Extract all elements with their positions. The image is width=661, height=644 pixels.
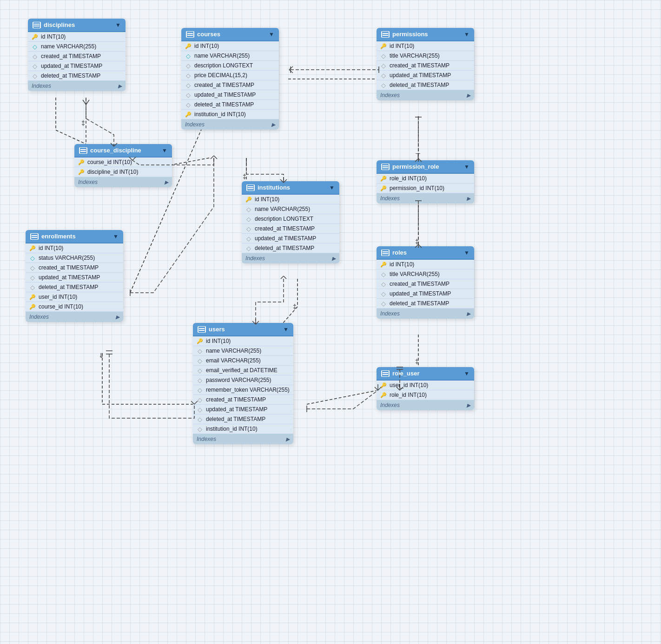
chevron-down-icon[interactable]: ▼ xyxy=(464,370,469,377)
field-row: 🔑permission_id INT(10) xyxy=(377,184,474,193)
table-courses-header[interactable]: courses ▼ xyxy=(181,28,279,41)
table-icon xyxy=(186,31,194,38)
chevron-down-icon[interactable]: ▼ xyxy=(269,31,274,38)
field-row: ◇updated_at TIMESTAMP xyxy=(242,234,339,243)
table-disciplines: disciplines ▼ 🔑id INT(10) ◇name VARCHAR(… xyxy=(28,19,126,91)
diamond-icon: ◇ xyxy=(185,82,192,88)
indexes-label: Indexes xyxy=(380,92,400,99)
key-red-icon: 🔑 xyxy=(29,303,36,310)
svg-line-28 xyxy=(86,100,89,105)
field-row: 🔑id INT(10) xyxy=(26,243,123,253)
diamond-icon: ◇ xyxy=(185,92,192,98)
table-users: users ▼ 🔑id INT(10) ◇name VARCHAR(255) ◇… xyxy=(193,323,293,444)
chevron-right-icon: ▶ xyxy=(332,256,336,262)
key-red-icon: 🔑 xyxy=(380,185,387,191)
field-row: ◇updated_at TIMESTAMP xyxy=(26,273,123,283)
indexes-section[interactable]: Indexes ▶ xyxy=(193,434,293,444)
indexes-section[interactable]: Indexes ▶ xyxy=(74,177,172,187)
field-row: ◇deleted_at TIMESTAMP xyxy=(181,100,279,110)
indexes-section[interactable]: Indexes ▶ xyxy=(377,193,474,204)
table-roles-header[interactable]: roles ▼ xyxy=(377,246,474,260)
diamond-icon: ◇ xyxy=(245,235,252,242)
svg-line-50 xyxy=(281,276,284,279)
svg-text:‡: ‡ xyxy=(81,119,85,127)
diamond-teal-icon: ◇ xyxy=(29,255,36,261)
diamond-icon: ◇ xyxy=(380,300,387,307)
svg-line-20 xyxy=(307,390,378,404)
indexes-section[interactable]: Indexes ▶ xyxy=(377,90,474,100)
chevron-right-icon: ▶ xyxy=(271,122,275,128)
chevron-down-icon[interactable]: ▼ xyxy=(464,164,469,170)
diamond-icon: ◇ xyxy=(380,281,387,287)
field-row: ◇created_at TIMESTAMP xyxy=(28,52,126,61)
table-users-header[interactable]: users ▼ xyxy=(193,323,293,336)
table-enrollments-header[interactable]: enrollments ▼ xyxy=(26,230,123,243)
key-icon: 🔑 xyxy=(380,43,387,49)
indexes-section[interactable]: Indexes ▶ xyxy=(181,119,279,130)
table-course-discipline-header[interactable]: course_discipline ▼ xyxy=(74,144,172,158)
field-row: ◇created_at TIMESTAMP xyxy=(193,395,293,405)
diamond-icon: ◇ xyxy=(197,406,203,413)
diamond-icon: ◇ xyxy=(32,63,38,69)
chevron-down-icon[interactable]: ▼ xyxy=(115,22,121,28)
svg-line-60 xyxy=(211,156,214,159)
key-icon: 🔑 xyxy=(29,245,36,251)
diamond-icon: ◇ xyxy=(197,416,203,422)
table-enrollments: enrollments ▼ 🔑id INT(10) ◇status VARCHA… xyxy=(26,230,123,322)
field-row: ◇deleted_at TIMESTAMP xyxy=(242,243,339,253)
table-icon xyxy=(381,370,390,377)
key-red-icon: 🔑 xyxy=(380,382,387,388)
table-course-discipline: course_discipline ▼ 🔑course_id INT(10) 🔑… xyxy=(74,144,172,187)
indexes-section[interactable]: Indexes ▶ xyxy=(242,253,339,263)
table-institutions-name: institutions xyxy=(258,184,290,191)
key-icon: 🔑 xyxy=(185,43,192,49)
field-row: ◇name VARCHAR(255) xyxy=(242,204,339,214)
table-enrollments-body: 🔑id INT(10) ◇status VARCHAR(255) ◇create… xyxy=(26,243,123,312)
table-disciplines-body: 🔑id INT(10) ◇name VARCHAR(255) ◇created_… xyxy=(28,32,126,81)
field-row: ◇description LONGTEXT xyxy=(181,61,279,71)
key-icon: 🔑 xyxy=(380,261,387,268)
field-row: ◇updated_at TIMESTAMP xyxy=(193,405,293,414)
field-row: ◇created_at TIMESTAMP xyxy=(26,263,123,273)
table-role-user: role_user ▼ 🔑user_id INT(10) 🔑role_id IN… xyxy=(377,367,474,410)
svg-text:‡: ‡ xyxy=(415,358,419,365)
field-row: ◇institution_id INT(10) xyxy=(193,424,293,434)
table-icon xyxy=(246,184,255,191)
indexes-section[interactable]: Indexes ▶ xyxy=(26,312,123,322)
table-icon xyxy=(381,164,390,170)
chevron-right-icon: ▶ xyxy=(165,179,168,185)
table-role-user-header[interactable]: role_user ▼ xyxy=(377,367,474,381)
diamond-icon: ◇ xyxy=(32,72,38,79)
chevron-down-icon[interactable]: ▼ xyxy=(329,184,335,191)
chevron-down-icon[interactable]: ▼ xyxy=(162,147,167,154)
chevron-down-icon[interactable]: ▼ xyxy=(283,326,289,333)
diamond-icon: ◇ xyxy=(380,53,387,59)
table-permission-role-header[interactable]: permission_role ▼ xyxy=(377,160,474,174)
diamond-icon: ◇ xyxy=(380,62,387,69)
table-permissions-header[interactable]: permissions ▼ xyxy=(377,28,474,41)
chevron-down-icon[interactable]: ▼ xyxy=(464,31,469,38)
field-row: ◇password VARCHAR(255) xyxy=(193,375,293,385)
indexes-label: Indexes xyxy=(29,314,49,320)
chevron-down-icon[interactable]: ▼ xyxy=(113,233,119,240)
table-role-user-name: role_user xyxy=(392,370,420,377)
table-courses: courses ▼ 🔑id INT(10) ◇name VARCHAR(255)… xyxy=(181,28,279,130)
diamond-icon: ◇ xyxy=(380,290,387,297)
svg-line-41 xyxy=(289,70,293,73)
table-users-body: 🔑id INT(10) ◇name VARCHAR(255) ◇email VA… xyxy=(193,336,293,434)
field-row: ◇name VARCHAR(255) xyxy=(28,42,126,52)
table-institutions-header[interactable]: institutions ▼ xyxy=(242,181,339,195)
chevron-down-icon[interactable]: ▼ xyxy=(464,250,469,256)
svg-line-40 xyxy=(289,66,293,70)
table-disciplines-name: disciplines xyxy=(44,21,75,28)
indexes-section[interactable]: Indexes ▶ xyxy=(28,81,126,91)
table-disciplines-header[interactable]: disciplines ▼ xyxy=(28,19,126,32)
diamond-icon: ◇ xyxy=(245,216,252,222)
svg-line-2 xyxy=(56,130,86,144)
indexes-section[interactable]: Indexes ▶ xyxy=(377,309,474,319)
field-row: ◇deleted_at TIMESTAMP xyxy=(377,299,474,309)
svg-text:‡: ‡ xyxy=(293,303,297,310)
indexes-section[interactable]: Indexes ▶ xyxy=(377,400,474,410)
field-row: ◇remember_token VARCHAR(255) xyxy=(193,385,293,395)
diamond-icon: ◇ xyxy=(29,274,36,281)
